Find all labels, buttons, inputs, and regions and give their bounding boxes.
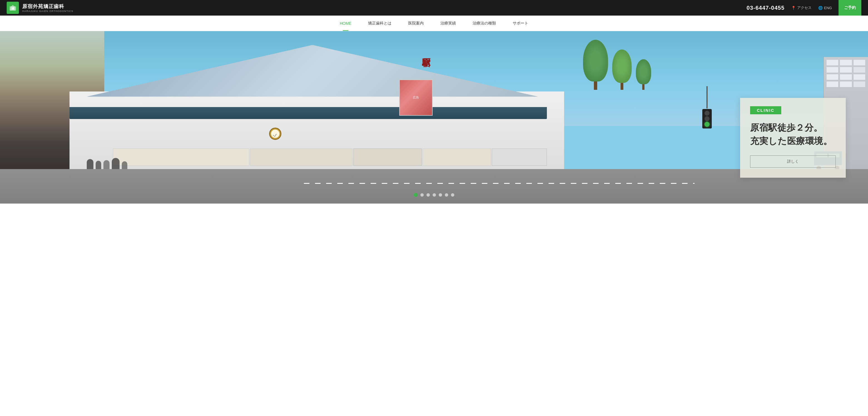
dot-1[interactable]	[414, 193, 417, 197]
lang-switch[interactable]: 🌐 ENG	[818, 6, 832, 10]
dot-6[interactable]	[445, 193, 448, 197]
svg-text:矯: 矯	[11, 7, 14, 10]
header-right: 03-6447-0455 📍 アクセス 🌐 ENG ご予約	[746, 0, 861, 16]
clock-face	[271, 129, 280, 138]
dot-7[interactable]	[451, 193, 454, 197]
tree-medium	[612, 50, 632, 90]
phone-number: 03-6447-0455	[746, 5, 784, 11]
station-roof	[87, 45, 538, 97]
nav-items: HOME 矯正歯科とは 医院案内 治療実績 治療法の種類 サポート	[332, 16, 536, 31]
station-clock	[269, 128, 281, 140]
dot-4[interactable]	[433, 193, 436, 197]
tl-housing	[702, 109, 712, 128]
logo-en: HARAJUKU GAIEN ORTHODONTICS	[22, 10, 73, 12]
dot-2[interactable]	[421, 193, 424, 197]
logo-icon: 矯	[7, 2, 19, 14]
tl-yellow	[705, 116, 710, 121]
road	[0, 169, 868, 204]
info-card: CLINIC 原宿駅徒歩２分。 充実した医療環境。 詳しく	[740, 98, 846, 178]
site-header: 矯 原宿外苑矯正歯科 HARAJUKU GAIEN ORTHODONTICS 0…	[0, 0, 868, 16]
dot-5[interactable]	[439, 193, 442, 197]
nav-item-home[interactable]: HOME	[332, 16, 360, 31]
trees-group	[583, 40, 651, 90]
nav-item-clinic[interactable]: 医院案内	[400, 16, 432, 31]
tl-red	[705, 111, 710, 116]
card-heading: 原宿駅徒歩２分。 充実した医療環境。	[750, 121, 836, 148]
logo-container: 矯 原宿外苑矯正歯科 HARAJUKU GAIEN ORTHODONTICS	[7, 2, 73, 14]
slideshow-dots	[414, 193, 454, 197]
nav-item-support[interactable]: サポート	[504, 16, 536, 31]
dot-3[interactable]	[427, 193, 430, 197]
booking-button[interactable]: ご予約	[839, 0, 861, 16]
detail-button[interactable]: 詳しく	[750, 155, 836, 168]
tree-large	[583, 40, 608, 90]
nav-item-orthodontics[interactable]: 矯正歯科とは	[360, 16, 400, 31]
globe-icon: 🌐	[818, 6, 823, 10]
logo-text: 原宿外苑矯正歯科 HARAJUKU GAIEN ORTHODONTICS	[22, 3, 73, 12]
logo-jp: 原宿外苑矯正歯科	[22, 3, 73, 10]
tl-post	[707, 86, 708, 109]
nav-item-treatments[interactable]: 治療法の種類	[464, 16, 504, 31]
clinic-badge: CLINIC	[750, 106, 781, 114]
hero-section: 原宿駅	[0, 31, 868, 204]
main-nav: HOME 矯正歯科とは 医院案内 治療実績 治療法の種類 サポート	[0, 16, 868, 31]
tree-small	[636, 59, 651, 90]
traffic-light	[702, 86, 712, 128]
station-billboard: 広告	[399, 80, 433, 116]
location-icon: 📍	[791, 6, 796, 10]
tl-green	[705, 122, 710, 127]
nav-item-results[interactable]: 治療実績	[432, 16, 464, 31]
access-link[interactable]: 📍 アクセス	[791, 5, 812, 10]
station-canopy	[69, 107, 547, 119]
